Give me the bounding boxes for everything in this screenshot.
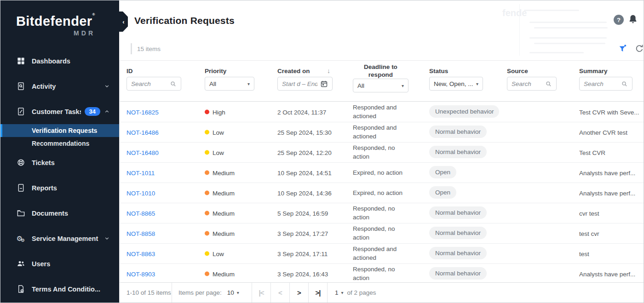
terms-icon xyxy=(16,285,25,294)
filters-icon[interactable] xyxy=(618,44,628,54)
sidebar-item-reports[interactable]: Reports xyxy=(0,175,119,200)
request-id-link[interactable]: NOT-16480 xyxy=(126,149,159,156)
sidebar-subitem-label: Verification Requests xyxy=(32,127,97,134)
request-id-link[interactable]: NOT-1010 xyxy=(126,189,155,196)
status-badge: Open xyxy=(429,186,456,199)
next-page-button[interactable]: > xyxy=(290,283,309,303)
column-header-id[interactable]: ID xyxy=(126,68,133,74)
search-icon xyxy=(170,80,177,87)
sidebar-item-label: Users xyxy=(32,260,110,268)
table-header: ID Priority Created on ↓ Deadline to res… xyxy=(119,61,644,102)
priority-label: High xyxy=(213,109,225,115)
ghost-line xyxy=(534,43,605,44)
refresh-icon[interactable] xyxy=(634,44,644,54)
caret-down-icon: ▾ xyxy=(247,81,250,86)
sidebar-item-activity[interactable]: Activity xyxy=(0,74,119,99)
sidebar-subitem-label: Recommendations xyxy=(32,140,89,147)
search-icon xyxy=(545,80,552,87)
priority-dot xyxy=(205,272,209,276)
priority-label: Medium xyxy=(213,189,235,196)
logo-text: Bitdefender xyxy=(16,14,92,29)
sidebar-nav: Dashboards Activity Customer Tasks 34 xyxy=(0,48,119,302)
column-header-priority[interactable]: Priority xyxy=(205,68,226,74)
customer-tasks-icon xyxy=(16,107,25,116)
sidebar-item-verification-requests[interactable]: Verification Requests xyxy=(0,124,119,137)
column-header-source[interactable]: Source xyxy=(507,68,528,74)
sidebar-item-customer-tasks[interactable]: Customer Tasks 34 xyxy=(0,99,119,124)
created-on: 3 Sep 2024, 16:43 xyxy=(277,270,328,277)
reports-icon xyxy=(16,183,25,193)
column-header-status[interactable]: Status xyxy=(429,68,448,74)
summary-text: Analysts have perf... xyxy=(579,169,644,176)
status-badge: Normal behavior xyxy=(429,267,487,280)
help-icon[interactable]: ? xyxy=(614,15,624,25)
sidebar-item-label: Dashboards xyxy=(32,57,110,65)
sidebar-item-documents[interactable]: Documents xyxy=(0,200,119,226)
previous-page-button[interactable]: < xyxy=(271,283,290,303)
sidebar-item-terms-and-conditions[interactable]: Terms And Conditio... xyxy=(0,276,119,302)
request-id-link[interactable]: NOT-8863 xyxy=(126,250,155,257)
priority-label: Medium xyxy=(213,169,235,176)
table-row[interactable]: NOT-8903 Medium 3 Sep 2024, 16:43 Respon… xyxy=(120,264,644,284)
column-header-summary[interactable]: Summary xyxy=(579,68,608,74)
request-id-link[interactable]: NOT-16486 xyxy=(126,129,159,136)
request-id-link[interactable]: NOT-1011 xyxy=(126,169,155,176)
source-search-input[interactable]: Search xyxy=(507,77,557,91)
main-content: fende Memory usage: 197 MB ‹ Verificatio… xyxy=(119,0,644,303)
users-icon xyxy=(16,259,25,269)
column-header-created-on[interactable]: Created on xyxy=(277,68,310,74)
table-row[interactable]: NOT-8863 Low 3 Sep 2024, 17:11 Responded… xyxy=(120,244,644,264)
created-on: 3 Sep 2024, 17:27 xyxy=(277,230,328,237)
sidebar-item-dashboards[interactable]: Dashboards xyxy=(0,48,119,74)
caret-down-icon: ▾ xyxy=(341,290,344,295)
current-page-select[interactable]: 1 xyxy=(335,289,339,296)
created-on: 5 Sep 2024, 16:59 xyxy=(277,210,328,217)
table-row[interactable]: NOT-8858 Medium 3 Sep 2024, 17:27 Respon… xyxy=(120,223,644,244)
search-icon xyxy=(621,80,628,87)
first-page-button[interactable]: |< xyxy=(252,283,271,303)
deadline-to-respond: Responded, no action xyxy=(353,224,411,242)
request-id-link[interactable]: NOT-8858 xyxy=(126,230,155,237)
table-row[interactable]: NOT-16480 Low 25 Sep 2024, 12:20 Respond… xyxy=(120,143,644,163)
column-header-deadline[interactable]: Deadline to respond xyxy=(353,63,408,79)
deadline-to-respond: Expired, no action xyxy=(353,189,411,198)
notifications-bell-icon[interactable] xyxy=(627,14,638,25)
chevron-up-icon xyxy=(104,109,110,114)
request-id-link[interactable]: NOT-8903 xyxy=(126,270,155,277)
status-filter-select[interactable]: New, Open, ... ▾ xyxy=(429,77,483,91)
items-per-page-select[interactable]: Items per page: 10 ▾ xyxy=(172,283,252,303)
table-row[interactable]: NOT-1010 Medium 10 Sep 2024, 14:36 Expir… xyxy=(120,183,644,203)
ghost-line xyxy=(529,37,607,39)
sidebar-item-tickets[interactable]: Tickets xyxy=(0,150,119,175)
sidebar-collapse-button[interactable]: ‹ xyxy=(119,11,128,32)
priority-dot xyxy=(205,231,209,236)
table-row[interactable]: NOT-1011 Medium 10 Sep 2024, 14:51 Expir… xyxy=(120,163,644,183)
ghost-line xyxy=(529,52,584,53)
sidebar-item-recommendations[interactable]: Recommendations xyxy=(0,137,119,150)
toolbar-divider xyxy=(131,43,132,54)
id-search-input[interactable]: Search xyxy=(126,77,181,91)
items-per-page-label: Items per page: xyxy=(178,289,222,296)
sidebar-item-service-management[interactable]: ⚙⚙ Service Management xyxy=(0,226,119,251)
priority-filter-select[interactable]: All ▾ xyxy=(205,77,254,91)
request-id-link[interactable]: NOT-8865 xyxy=(126,210,155,217)
priority-dot xyxy=(205,171,209,175)
page-title: Verification Requests xyxy=(134,15,235,26)
request-id-link[interactable]: NOT-16825 xyxy=(126,109,159,115)
caret-down-icon: ▾ xyxy=(476,81,478,86)
table-row[interactable]: NOT-16486 Low 25 Sep 2024, 15:30 Respond… xyxy=(120,122,644,143)
items-per-page-value[interactable]: 10 xyxy=(227,289,234,296)
last-page-button[interactable]: >| xyxy=(309,283,328,303)
deadline-filter-select[interactable]: All ▾ xyxy=(353,79,408,92)
summary-search-input[interactable]: Search xyxy=(579,77,632,91)
created-on-date-range-input[interactable]: Start d – End d xyxy=(277,77,333,91)
table-row[interactable]: NOT-8865 Medium 5 Sep 2024, 16:59 Respon… xyxy=(120,203,644,223)
sidebar-item-users[interactable]: Users xyxy=(0,251,119,276)
summary-text: Test CVR with Seve... xyxy=(579,109,644,115)
chevron-down-icon xyxy=(104,235,110,241)
table-row[interactable]: NOT-16825 High 2 Oct 2024, 11:37 Respond… xyxy=(120,102,644,122)
sort-desc-icon[interactable]: ↓ xyxy=(327,67,330,74)
status-badge: Normal behavior xyxy=(429,206,487,219)
sidebar-item-label: Reports xyxy=(32,184,110,192)
tickets-icon xyxy=(16,158,25,167)
